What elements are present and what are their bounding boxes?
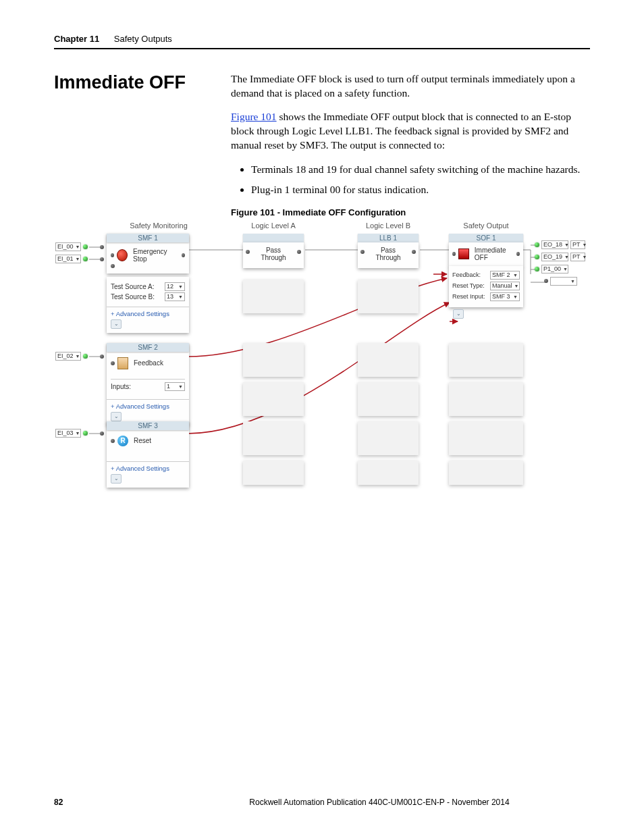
ghost-block [449, 343, 523, 377]
smf1-title: SMF 1 [107, 234, 189, 242]
sof1-resettype-label: Reset Type: [452, 282, 485, 289]
emergency-stop-icon [117, 249, 128, 261]
pass-label2: Through [375, 254, 400, 261]
smf3-block[interactable]: SMF 3 R Reset Advanced Settings ⌄ [107, 421, 189, 488]
reset-icon: R [117, 436, 128, 446]
wire-dot [100, 257, 104, 261]
port-dot [111, 253, 114, 257]
expander-icon[interactable]: ⌄ [111, 474, 122, 484]
wire-dot [100, 355, 104, 359]
port-dot [111, 264, 115, 268]
colhead-safety-output: Safety Output [456, 221, 516, 230]
port-dot [516, 252, 520, 256]
status-dot [83, 354, 88, 359]
output-eo18[interactable]: EO_18▼ PT▼ [535, 240, 585, 249]
ghost-block [243, 343, 304, 377]
figure-caption: Figure 101 - Immediate OFF Configuration [231, 207, 590, 217]
smf2-title: SMF 2 [107, 343, 189, 352]
ghost-block [243, 421, 304, 455]
smf2-advanced[interactable]: Advanced Settings [107, 399, 189, 410]
chapter-title: Safety Outputs [114, 34, 172, 44]
smf3-advanced[interactable]: Advanced Settings [107, 461, 189, 472]
header-rule [54, 48, 590, 49]
figure-link[interactable]: Figure 101 [231, 111, 277, 122]
llb1-title: LLB 1 [358, 234, 419, 242]
output-empty[interactable]: ▼ [544, 277, 577, 286]
pass-label1: Pass [381, 246, 396, 254]
bullet-list: Terminals 18 and 19 for dual channel saf… [251, 162, 590, 198]
testA-label: Test Source A: [111, 283, 154, 290]
bullet-2: Plug-in 1 terminal 00 for status indicat… [251, 182, 590, 197]
smf3-label: Reset [134, 437, 151, 444]
paragraph-1: The Immediate OFF block is used to turn … [231, 72, 590, 101]
status-dot [83, 244, 88, 249]
smf1-settings[interactable]: Test Source A: 12▼ Test Source B: 13▼ Ad… [107, 277, 189, 333]
ghost-block [449, 461, 523, 485]
wire-dot [100, 245, 104, 249]
output-eo19[interactable]: EO_19▼ PT▼ [535, 253, 585, 261]
immediate-off-icon [458, 249, 469, 259]
smf1-advanced[interactable]: Advanced Settings [107, 307, 189, 317]
port-dot [182, 253, 185, 257]
port-dot [544, 279, 548, 283]
page-footer: 82 Rockwell Automation Publication 440C-… [54, 798, 590, 807]
smf3-title: SMF 3 [107, 421, 189, 430]
testB-label: Test Source B: [111, 293, 155, 301]
port-dot [412, 250, 416, 254]
paragraph-2-rest: shows the Immediate OFF output block tha… [231, 111, 571, 151]
sof1-resetinput-label: Reset Input: [452, 293, 485, 300]
status-dot [535, 242, 539, 247]
port-dot [111, 439, 115, 443]
right-column: The Immediate OFF block is used to turn … [231, 68, 590, 221]
input-ei01[interactable]: EI_01▼ [55, 255, 88, 263]
status-dot [535, 255, 539, 259]
ghost-block [358, 280, 419, 313]
sof1-title: SOF 1 [449, 234, 523, 242]
port-dot [246, 250, 250, 254]
llb1-block[interactable]: LLB 1 Pass Through [358, 234, 419, 268]
ghost-block [449, 421, 523, 455]
page-number: 82 [54, 798, 209, 807]
ghost-block [243, 280, 304, 313]
output-p100[interactable]: P1_00▼ [535, 265, 568, 273]
left-column: Immediate OFF [54, 68, 231, 221]
sof1-settings[interactable]: Feedback: SMF 2▼ Reset Type: Manual▼ Res… [449, 266, 523, 323]
colhead-logic-b: Logic Level B [358, 221, 419, 230]
status-dot [83, 431, 88, 436]
logic-a-passthrough[interactable]: Pass Through [243, 234, 304, 268]
pass-label1: Pass [266, 246, 281, 254]
publication-info: Rockwell Automation Publication 440C-UM0… [209, 798, 549, 807]
figure-101-diagram: Safety Monitoring Logic Level A Logic Le… [54, 221, 590, 492]
colhead-logic-a: Logic Level A [243, 221, 304, 230]
port-dot [111, 361, 115, 365]
pass-label2: Through [261, 254, 286, 261]
feedback-icon [117, 357, 128, 369]
sof1-block[interactable]: SOF 1 Immediate OFF [449, 234, 523, 267]
ghost-block [449, 382, 523, 416]
smf2-label: Feedback [134, 359, 163, 367]
running-head: Chapter 11 Safety Outputs [54, 34, 590, 44]
sof1-feedback-label: Feedback: [452, 271, 481, 278]
expander-icon[interactable]: ⌄ [111, 412, 122, 421]
sof1-label: Immediate OFF [475, 246, 511, 261]
input-ei00[interactable]: EI_00▼ [55, 242, 88, 251]
section-title: Immediate OFF [54, 72, 231, 93]
smf2-inputs-label: Inputs: [111, 383, 131, 390]
ghost-block [358, 382, 419, 416]
expander-icon[interactable]: ⌄ [111, 319, 122, 329]
colhead-safety-monitoring: Safety Monitoring [115, 221, 203, 230]
port-dot [452, 252, 456, 256]
input-ei02[interactable]: EI_02▼ [55, 352, 88, 361]
expander-icon[interactable]: ⌄ [453, 309, 464, 319]
bullet-1: Terminals 18 and 19 for dual channel saf… [251, 162, 590, 177]
status-dot [535, 267, 539, 271]
wire-dot [100, 432, 104, 436]
ghost-block [243, 382, 304, 416]
smf2-block[interactable]: SMF 2 Feedback Inputs: 1▼ Advanced Setti… [107, 343, 189, 425]
ghost-block [358, 343, 419, 377]
ghost-block [243, 461, 304, 485]
input-ei03[interactable]: EI_03▼ [55, 429, 88, 438]
page: Chapter 11 Safety Outputs Immediate OFF … [0, 0, 644, 834]
port-dot [297, 250, 301, 254]
smf1-block[interactable]: SMF 1 Emergency Stop [107, 234, 189, 273]
